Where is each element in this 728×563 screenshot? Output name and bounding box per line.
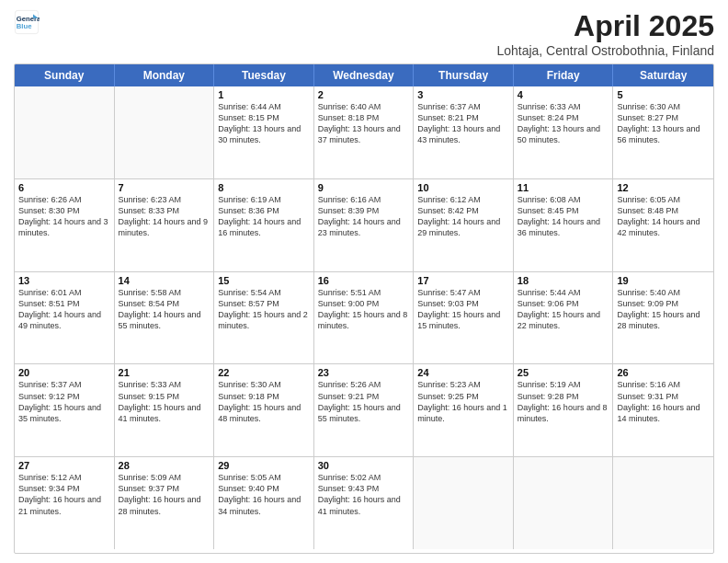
day-number: 11 [518,182,609,193]
calendar-day-27: 27Sunrise: 5:12 AM Sunset: 9:34 PM Dayli… [15,457,115,549]
calendar-day-22: 22Sunrise: 5:30 AM Sunset: 9:18 PM Dayli… [214,364,314,456]
day-info: Sunrise: 6:33 AM Sunset: 8:24 PM Dayligh… [518,101,609,146]
day-header-friday: Friday [514,64,614,86]
day-header-saturday: Saturday [613,64,713,86]
page: General Blue General Blue April 2025 Loh… [0,0,728,563]
day-number: 5 [617,89,710,100]
day-info: Sunrise: 5:09 AM Sunset: 9:37 PM Dayligh… [119,472,210,517]
calendar-day-empty [15,86,115,178]
svg-text:Blue: Blue [17,22,32,30]
day-number: 30 [318,460,410,471]
day-number: 1 [218,89,310,100]
calendar-day-24: 24Sunrise: 5:23 AM Sunset: 9:25 PM Dayli… [414,364,514,456]
calendar-day-9: 9Sunrise: 6:16 AM Sunset: 8:39 PM Daylig… [314,179,415,271]
calendar-day-8: 8Sunrise: 6:19 AM Sunset: 8:36 PM Daylig… [214,179,314,271]
calendar-header: SundayMondayTuesdayWednesdayThursdayFrid… [15,64,713,86]
day-info: Sunrise: 5:30 AM Sunset: 9:18 PM Dayligh… [218,379,310,424]
header: General Blue General Blue April 2025 Loh… [14,9,714,58]
day-info: Sunrise: 5:54 AM Sunset: 8:57 PM Dayligh… [218,287,310,332]
day-number: 17 [417,275,509,286]
month-title: April 2025 [496,9,714,43]
day-info: Sunrise: 5:37 AM Sunset: 9:12 PM Dayligh… [18,379,110,424]
day-info: Sunrise: 6:37 AM Sunset: 8:21 PM Dayligh… [417,101,509,146]
calendar-day-11: 11Sunrise: 6:08 AM Sunset: 8:45 PM Dayli… [514,179,614,271]
day-info: Sunrise: 6:26 AM Sunset: 8:30 PM Dayligh… [18,194,110,239]
calendar-week-3: 13Sunrise: 6:01 AM Sunset: 8:51 PM Dayli… [15,272,713,365]
day-header-thursday: Thursday [414,64,514,86]
day-number: 10 [417,182,509,193]
logo-icon: General Blue [14,9,40,35]
day-info: Sunrise: 5:44 AM Sunset: 9:06 PM Dayligh… [518,287,609,332]
day-number: 27 [18,460,110,471]
calendar-day-26: 26Sunrise: 5:16 AM Sunset: 9:31 PM Dayli… [613,364,713,456]
day-info: Sunrise: 6:23 AM Sunset: 8:33 PM Dayligh… [119,194,210,239]
day-info: Sunrise: 5:58 AM Sunset: 8:54 PM Dayligh… [119,287,210,332]
calendar-day-19: 19Sunrise: 5:40 AM Sunset: 9:09 PM Dayli… [613,272,713,364]
day-header-tuesday: Tuesday [214,64,314,86]
day-info: Sunrise: 6:44 AM Sunset: 8:15 PM Dayligh… [218,101,310,146]
day-info: Sunrise: 5:33 AM Sunset: 9:15 PM Dayligh… [119,379,210,424]
calendar-day-15: 15Sunrise: 5:54 AM Sunset: 8:57 PM Dayli… [214,272,314,364]
calendar-day-1: 1Sunrise: 6:44 AM Sunset: 8:15 PM Daylig… [214,86,314,178]
day-number: 12 [617,182,710,193]
day-info: Sunrise: 5:51 AM Sunset: 9:00 PM Dayligh… [318,287,410,332]
day-info: Sunrise: 6:40 AM Sunset: 8:18 PM Dayligh… [318,101,410,146]
calendar-week-1: 1Sunrise: 6:44 AM Sunset: 8:15 PM Daylig… [15,86,713,179]
day-number: 7 [119,182,210,193]
day-number: 25 [518,367,609,378]
day-number: 26 [617,367,710,378]
day-info: Sunrise: 5:16 AM Sunset: 9:31 PM Dayligh… [617,379,710,424]
day-info: Sunrise: 6:12 AM Sunset: 8:42 PM Dayligh… [417,194,509,239]
calendar-day-empty [414,457,514,549]
calendar-day-5: 5Sunrise: 6:30 AM Sunset: 8:27 PM Daylig… [613,86,713,178]
day-number: 28 [119,460,210,471]
day-header-monday: Monday [115,64,215,86]
calendar-day-30: 30Sunrise: 5:02 AM Sunset: 9:43 PM Dayli… [314,457,415,549]
day-info: Sunrise: 5:26 AM Sunset: 9:21 PM Dayligh… [318,379,410,424]
calendar-day-28: 28Sunrise: 5:09 AM Sunset: 9:37 PM Dayli… [115,457,215,549]
day-number: 19 [617,275,710,286]
day-info: Sunrise: 6:16 AM Sunset: 8:39 PM Dayligh… [318,194,410,239]
day-info: Sunrise: 6:08 AM Sunset: 8:45 PM Dayligh… [518,194,609,239]
day-info: Sunrise: 5:23 AM Sunset: 9:25 PM Dayligh… [417,379,509,424]
day-info: Sunrise: 5:12 AM Sunset: 9:34 PM Dayligh… [18,472,110,517]
day-number: 21 [119,367,210,378]
day-number: 16 [318,275,410,286]
day-number: 23 [318,367,410,378]
day-number: 15 [218,275,310,286]
day-info: Sunrise: 5:19 AM Sunset: 9:28 PM Dayligh… [518,379,609,424]
calendar-week-4: 20Sunrise: 5:37 AM Sunset: 9:12 PM Dayli… [15,364,713,457]
location-subtitle: Lohtaja, Central Ostrobothnia, Finland [496,43,714,58]
calendar-week-2: 6Sunrise: 6:26 AM Sunset: 8:30 PM Daylig… [15,179,713,272]
svg-text:General: General [17,15,40,23]
day-number: 4 [518,89,609,100]
calendar-day-29: 29Sunrise: 5:05 AM Sunset: 9:40 PM Dayli… [214,457,314,549]
calendar-day-25: 25Sunrise: 5:19 AM Sunset: 9:28 PM Dayli… [514,364,614,456]
day-header-sunday: Sunday [15,64,115,86]
day-header-wednesday: Wednesday [314,64,415,86]
day-number: 9 [318,182,410,193]
day-info: Sunrise: 5:05 AM Sunset: 9:40 PM Dayligh… [218,472,310,517]
calendar-body: 1Sunrise: 6:44 AM Sunset: 8:15 PM Daylig… [15,86,713,549]
calendar-day-13: 13Sunrise: 6:01 AM Sunset: 8:51 PM Dayli… [15,272,115,364]
calendar-day-21: 21Sunrise: 5:33 AM Sunset: 9:15 PM Dayli… [115,364,215,456]
day-number: 8 [218,182,310,193]
day-info: Sunrise: 5:40 AM Sunset: 9:09 PM Dayligh… [617,287,710,332]
calendar-day-7: 7Sunrise: 6:23 AM Sunset: 8:33 PM Daylig… [115,179,215,271]
day-number: 3 [417,89,509,100]
calendar-day-14: 14Sunrise: 5:58 AM Sunset: 8:54 PM Dayli… [115,272,215,364]
day-number: 18 [518,275,609,286]
calendar-day-10: 10Sunrise: 6:12 AM Sunset: 8:42 PM Dayli… [414,179,514,271]
calendar-day-12: 12Sunrise: 6:05 AM Sunset: 8:48 PM Dayli… [613,179,713,271]
calendar-day-17: 17Sunrise: 5:47 AM Sunset: 9:03 PM Dayli… [414,272,514,364]
logo: General Blue General Blue [14,9,40,35]
day-number: 2 [318,89,410,100]
day-info: Sunrise: 5:02 AM Sunset: 9:43 PM Dayligh… [318,472,410,517]
calendar-day-3: 3Sunrise: 6:37 AM Sunset: 8:21 PM Daylig… [414,86,514,178]
day-number: 6 [18,182,110,193]
calendar-day-empty [514,457,614,549]
day-info: Sunrise: 6:30 AM Sunset: 8:27 PM Dayligh… [617,101,710,146]
day-info: Sunrise: 5:47 AM Sunset: 9:03 PM Dayligh… [417,287,509,332]
calendar-day-2: 2Sunrise: 6:40 AM Sunset: 8:18 PM Daylig… [314,86,415,178]
day-number: 14 [119,275,210,286]
